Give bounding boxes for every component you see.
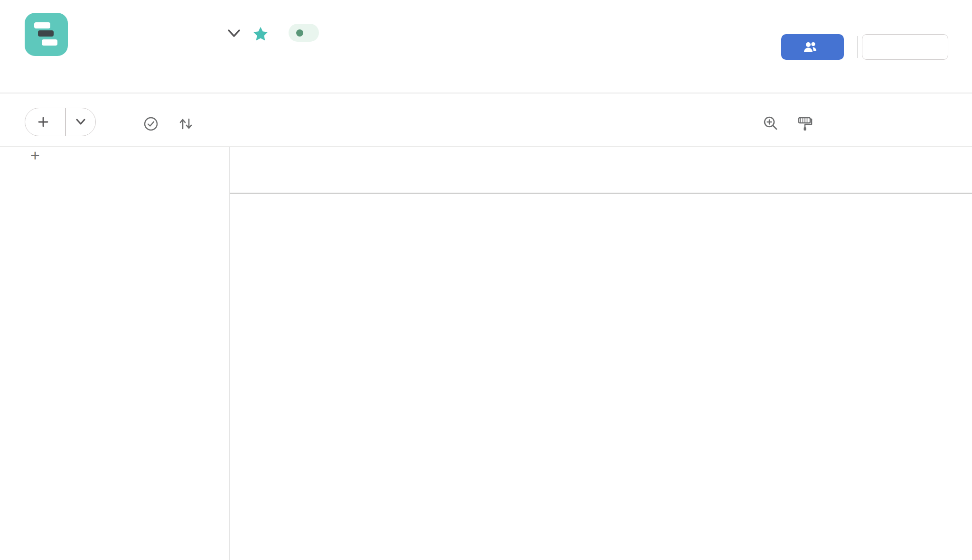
timeline-chart: + (0, 147, 972, 560)
status-dot (296, 29, 303, 37)
add-task-button[interactable] (25, 108, 96, 136)
today-line (0, 194, 3, 560)
add-section-button[interactable]: + (30, 147, 50, 163)
share-people-icon (803, 41, 817, 53)
status-badge[interactable] (289, 24, 319, 42)
date-row-rule (229, 193, 972, 194)
today-marker-dot[interactable] (0, 147, 9, 156)
project-tabs (0, 66, 972, 93)
asana-timeline-app: + (0, 0, 972, 560)
header-divider (857, 36, 858, 58)
plus-icon (37, 116, 49, 128)
logo-bar-bottom (42, 39, 57, 46)
favorite-star-icon[interactable] (252, 26, 269, 45)
share-button[interactable] (781, 34, 844, 60)
logo-bar-middle (38, 30, 54, 37)
paint-roller-icon[interactable] (796, 115, 813, 134)
sort-arrows-icon[interactable] (178, 116, 194, 133)
check-circle-icon[interactable] (143, 116, 159, 133)
timeline-toolbar (0, 93, 972, 147)
plus-icon: + (30, 147, 40, 163)
dependency-lines (0, 147, 972, 560)
customize-button[interactable] (862, 34, 948, 60)
logo-bar-top (34, 22, 50, 28)
zoom-icon[interactable] (762, 115, 779, 134)
add-task-caret-button[interactable] (66, 108, 95, 136)
add-task-main[interactable] (25, 108, 65, 136)
customize-icon (897, 41, 908, 53)
project-logo[interactable] (25, 13, 68, 56)
chevron-down-icon[interactable] (227, 28, 241, 41)
sidebar-divider (229, 147, 230, 560)
